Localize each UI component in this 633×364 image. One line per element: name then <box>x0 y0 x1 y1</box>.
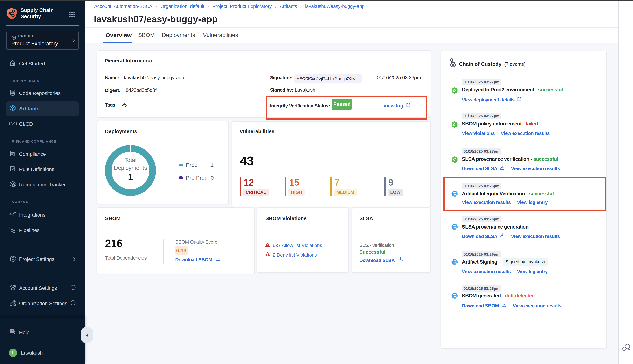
svg-text:?: ? <box>11 330 13 332</box>
